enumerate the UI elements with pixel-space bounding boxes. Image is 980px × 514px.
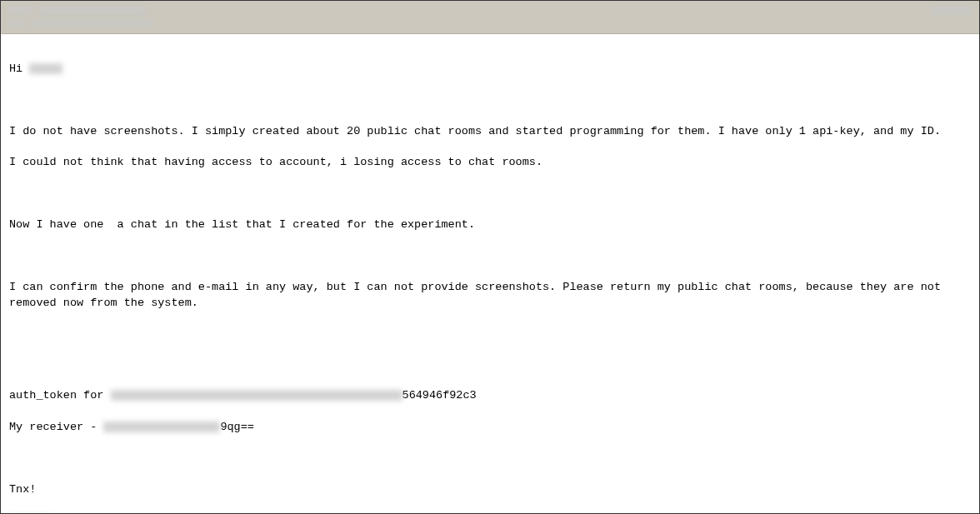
- body-p3: Now I have one a chat in the list that I…: [9, 217, 971, 233]
- header-right-blur: [931, 5, 972, 15]
- greeting-name-blur: [29, 63, 62, 74]
- recv-suffix: 9qg==: [220, 421, 254, 433]
- tnx: Tnx!: [9, 482, 971, 498]
- auth-token-blur: [111, 390, 402, 401]
- auth-suffix: 564946f92c3: [402, 389, 477, 402]
- greeting-prefix: Hi: [9, 62, 29, 75]
- receiver-blur: [103, 422, 220, 432]
- header-to-blur1: [8, 5, 32, 15]
- body-p2: I could not think that having access to …: [9, 155, 971, 171]
- header-subject-blur2: [29, 18, 154, 28]
- auth-prefix: auth_token for: [9, 389, 111, 402]
- body-p4: I can confirm the phone and e-mail in an…: [9, 280, 971, 312]
- recv-prefix: My receiver -: [9, 421, 103, 433]
- header-to-blur2: [38, 5, 146, 15]
- message-header: [1, 1, 979, 34]
- body-p1: I do not have screenshots. I simply crea…: [9, 124, 971, 140]
- message-body: Hi I do not have screenshots. I simply c…: [1, 34, 979, 514]
- header-subject-blur1: [8, 18, 24, 28]
